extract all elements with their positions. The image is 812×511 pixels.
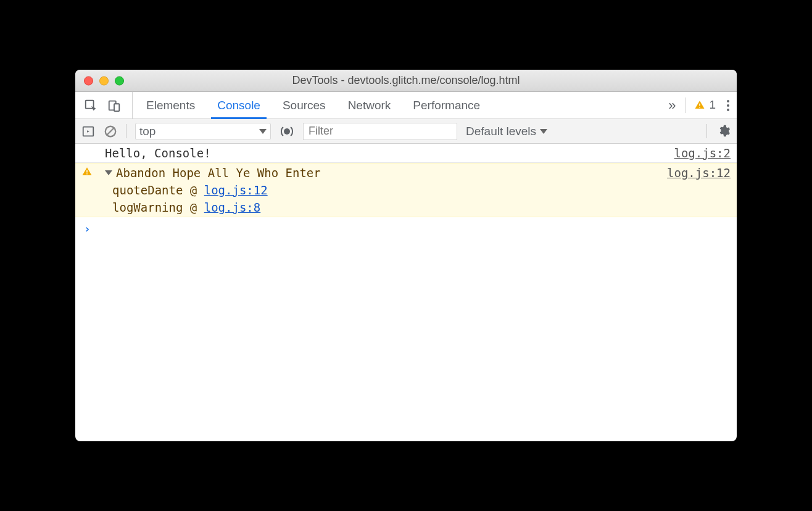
warnings-count: 1: [709, 98, 716, 112]
panel-tabs: Elements Console Sources Network Perform…: [135, 92, 491, 118]
main-toolbar: Elements Console Sources Network Perform…: [75, 92, 737, 119]
log-levels-select[interactable]: Default levels: [466, 125, 547, 138]
stack-function: quoteDante: [112, 183, 183, 197]
minimize-window-button[interactable]: [99, 76, 109, 85]
tab-network[interactable]: Network: [337, 92, 402, 118]
zoom-window-button[interactable]: [115, 76, 124, 85]
execution-context-select[interactable]: top: [135, 123, 271, 140]
tab-console[interactable]: Console: [206, 92, 271, 118]
clear-console-icon[interactable]: [104, 125, 117, 138]
context-label: top: [139, 125, 155, 138]
source-link[interactable]: log.js:12: [667, 166, 731, 180]
more-options-button[interactable]: [724, 98, 732, 114]
live-expression-icon[interactable]: [280, 124, 294, 139]
svg-rect-10: [86, 173, 88, 175]
svg-rect-4: [700, 107, 701, 108]
tab-sources[interactable]: Sources: [271, 92, 337, 118]
stack-source-link[interactable]: log.js:8: [204, 201, 261, 214]
tab-performance[interactable]: Performance: [402, 92, 491, 118]
devtools-window: DevTools - devtools.glitch.me/console/lo…: [75, 70, 737, 441]
tabs-overflow-button[interactable]: »: [668, 98, 676, 114]
chevron-down-icon: [540, 129, 547, 134]
chevron-down-icon: [259, 129, 267, 134]
console-prompt[interactable]: ›: [75, 217, 737, 240]
separator: [126, 124, 126, 138]
toolbar-left-icons: [84, 92, 133, 118]
log-message: Abandon Hope All Ye Who Enter: [116, 166, 667, 180]
close-window-button[interactable]: [84, 76, 93, 85]
svg-line-7: [107, 128, 114, 135]
inspect-element-icon[interactable]: [84, 99, 97, 112]
window-title: DevTools - devtools.glitch.me/console/lo…: [75, 74, 737, 87]
svg-rect-9: [86, 170, 88, 173]
svg-point-8: [284, 128, 290, 135]
titlebar: DevTools - devtools.glitch.me/console/lo…: [75, 70, 737, 92]
levels-label: Default levels: [466, 125, 536, 138]
window-controls: [84, 76, 124, 85]
stack-frame: logWarning @ log.js:8: [105, 201, 731, 214]
console-settings-button[interactable]: [706, 124, 731, 138]
prompt-chevron-icon: ›: [84, 222, 91, 235]
log-message: Hello, Console!: [105, 146, 674, 160]
warning-entry: Abandon Hope All Ye Who Enter log.js:12 …: [75, 163, 737, 217]
svg-rect-3: [700, 104, 701, 106]
console-filter-bar: top Default levels: [75, 119, 737, 144]
console-output: Hello, Console! log.js:2 Abandon Hope Al…: [75, 144, 737, 441]
warnings-indicator[interactable]: 1: [685, 98, 716, 114]
device-toolbar-icon[interactable]: [107, 99, 121, 112]
warning-icon: [694, 99, 705, 110]
log-gutter: [81, 166, 105, 177]
warning-icon: [81, 166, 93, 177]
svg-rect-2: [114, 104, 119, 111]
log-entry: Hello, Console! log.js:2: [75, 144, 737, 163]
filter-input[interactable]: [303, 123, 457, 140]
disclosure-toggle[interactable]: [105, 170, 112, 175]
stack-source-link[interactable]: log.js:12: [204, 183, 268, 197]
stack-function: logWarning: [112, 201, 183, 214]
toolbar-right: » 1: [662, 92, 732, 118]
toggle-sidebar-icon[interactable]: [81, 125, 95, 138]
gear-icon: [717, 124, 731, 138]
source-link[interactable]: log.js:2: [674, 146, 731, 160]
tab-elements[interactable]: Elements: [135, 92, 206, 118]
stack-frame: quoteDante @ log.js:12: [105, 183, 731, 197]
